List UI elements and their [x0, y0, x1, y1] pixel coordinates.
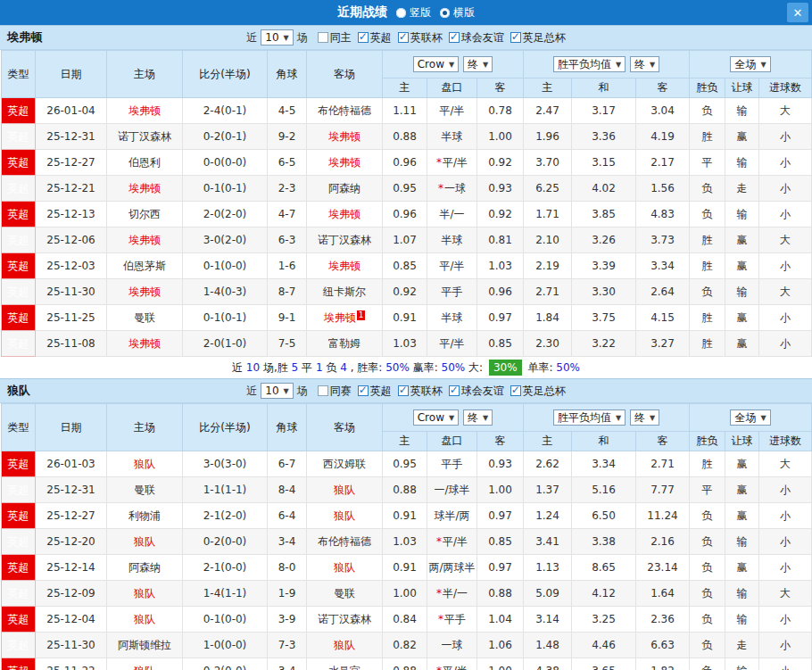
- summary-segment: 单率:: [527, 361, 552, 374]
- filter-checkbox[interactable]: 同赛: [318, 384, 352, 399]
- filter-checkbox[interactable]: 英超: [358, 384, 392, 399]
- match-row: 英超 25-11-25 曼联 0-1(0-1) 9-1 埃弗顿1 0.91 半球…: [2, 305, 812, 331]
- team-name: 狼队: [7, 383, 30, 399]
- home-team[interactable]: 埃弗顿: [128, 337, 161, 350]
- home-team[interactable]: 诺丁汉森林: [118, 130, 171, 143]
- goals-result-cell: 大: [759, 451, 812, 477]
- home-team[interactable]: 埃弗顿: [128, 285, 161, 298]
- away-team[interactable]: 埃弗顿: [328, 260, 360, 272]
- avg-odds-select[interactable]: 胜平负均值: [553, 409, 626, 426]
- away-team[interactable]: 布伦特福德: [318, 535, 371, 548]
- odds-lose: 3.27: [636, 331, 690, 357]
- filter-checkbox[interactable]: 英超: [358, 30, 392, 45]
- home-team[interactable]: 伯恩茅斯: [123, 260, 166, 272]
- odds-win: 2.19: [524, 253, 572, 279]
- home-team[interactable]: 阿森纳: [128, 561, 161, 574]
- bookmaker-select[interactable]: Crow: [413, 56, 459, 72]
- handicap-odds-home: 0.96: [383, 202, 427, 227]
- match-date: 25-11-22: [36, 658, 107, 670]
- home-team[interactable]: 埃弗顿: [128, 182, 161, 194]
- away-team[interactable]: 诺丁汉森林: [318, 234, 371, 246]
- home-team[interactable]: 狼队: [134, 458, 155, 470]
- home-team[interactable]: 狼队: [134, 665, 155, 670]
- home-team[interactable]: 阿斯顿维拉: [118, 639, 171, 651]
- avg-odds-select[interactable]: 胜平负均值: [553, 56, 626, 72]
- filter-checkbox[interactable]: 球会友谊: [449, 384, 504, 399]
- away-team[interactable]: 阿森纳: [328, 182, 360, 194]
- away-team[interactable]: 狼队: [334, 484, 355, 496]
- away-team[interactable]: 埃弗顿: [328, 208, 360, 220]
- match-count-select[interactable]: 10: [261, 29, 293, 45]
- odds-draw: 4.12: [572, 581, 636, 607]
- home-team[interactable]: 曼联: [134, 484, 155, 496]
- goals-result-cell: 大: [759, 227, 812, 253]
- handicap-line: *半/一: [427, 581, 477, 607]
- home-team[interactable]: 切尔西: [128, 208, 161, 220]
- away-team[interactable]: 埃弗顿: [328, 130, 360, 143]
- away-team[interactable]: 狼队: [334, 639, 355, 651]
- home-team[interactable]: 狼队: [134, 613, 155, 625]
- away-team[interactable]: 布伦特福德: [318, 104, 371, 117]
- filter-checkbox[interactable]: 球会友谊: [449, 30, 504, 45]
- scope-select[interactable]: 全场: [730, 409, 770, 426]
- filter-checkbox[interactable]: 英联杯: [398, 384, 443, 399]
- corners: 9-1: [268, 305, 307, 331]
- home-team[interactable]: 利物浦: [128, 509, 161, 522]
- home-team[interactable]: 狼队: [134, 535, 155, 548]
- away-team[interactable]: 狼队: [334, 561, 355, 574]
- odds-lose: 3.73: [636, 227, 690, 253]
- close-icon[interactable]: ✕: [787, 3, 808, 22]
- match-count-select[interactable]: 10: [261, 383, 293, 399]
- away-team[interactable]: 埃弗顿: [328, 156, 360, 169]
- away-team[interactable]: 纽卡斯尔: [323, 285, 366, 298]
- final-odds-select[interactable]: 终: [630, 409, 659, 426]
- home-team[interactable]: 曼联: [134, 311, 155, 324]
- bookmaker-select[interactable]: Crow: [413, 409, 459, 426]
- away-team[interactable]: 富勒姆: [328, 337, 360, 350]
- filter-checkbox[interactable]: 英足总杯: [510, 30, 566, 45]
- league-badge: 英超: [2, 529, 36, 555]
- col-win: 主: [524, 432, 572, 451]
- final-odds-select[interactable]: 终: [630, 56, 659, 72]
- match-row: 英超 26-01-03 狼队 3-0(3-0) 6-7 西汉姆联 0.95 平手…: [2, 451, 812, 477]
- away-team-cell: 埃弗顿: [307, 150, 383, 176]
- filter-checkbox[interactable]: 英联杯: [398, 30, 443, 45]
- final-odds-select[interactable]: 终: [463, 56, 493, 72]
- goals-result-cell: 大: [759, 581, 812, 607]
- away-team[interactable]: 狼队: [334, 509, 355, 522]
- filter-bar: 近 10 场 同赛 英超 英联杯 球会友谊 英足总杯: [246, 383, 565, 399]
- layout-radio[interactable]: 竖版: [396, 5, 431, 21]
- match-date: 25-12-04: [36, 607, 107, 633]
- final-odds-select[interactable]: 终: [463, 409, 493, 426]
- home-team[interactable]: 埃弗顿: [128, 104, 161, 117]
- away-team[interactable]: 水晶宫: [328, 665, 360, 670]
- filter-checkbox[interactable]: 英足总杯: [510, 384, 566, 399]
- filter-checkbox[interactable]: 同主: [318, 30, 352, 45]
- away-team[interactable]: 西汉姆联: [323, 458, 366, 470]
- goals-result-cell: 小: [759, 555, 812, 581]
- away-team[interactable]: 曼联: [334, 587, 355, 600]
- home-team[interactable]: 伯恩利: [128, 156, 161, 169]
- away-team[interactable]: 诺丁汉森林: [318, 613, 371, 625]
- live-star-icon: *: [438, 182, 443, 194]
- odds-win: 1.24: [524, 503, 572, 529]
- odds-draw: 3.25: [572, 607, 636, 633]
- score: 2-0(1-0): [183, 331, 268, 357]
- home-team[interactable]: 埃弗顿: [128, 234, 161, 246]
- section-wolves: 狼队 近 10 场 同赛 英超 英联杯 球会友谊 英足总杯: [0, 378, 812, 670]
- checkbox-icon: [318, 32, 328, 43]
- scope-select[interactable]: 全场: [730, 56, 770, 72]
- away-team[interactable]: 埃弗顿: [324, 311, 356, 324]
- league-badge: 英超: [2, 253, 36, 279]
- layout-radio[interactable]: 横版: [440, 5, 475, 21]
- match-row: 英超 26-01-04 埃弗顿 2-4(0-1) 4-5 布伦特福德 1.11 …: [2, 98, 812, 124]
- odds-win: 2.62: [524, 451, 572, 477]
- away-team-cell: 纽卡斯尔: [307, 279, 383, 305]
- home-team[interactable]: 狼队: [134, 587, 155, 600]
- handicap-line: 平/半: [427, 331, 477, 357]
- handicap-odds-away: 0.92: [477, 150, 524, 176]
- handicap-line: 半/一: [427, 202, 477, 227]
- handicap-result-cell: 赢: [725, 253, 759, 279]
- handicap-odds-home: 0.84: [383, 607, 427, 633]
- summary-segment: 平: [302, 361, 312, 374]
